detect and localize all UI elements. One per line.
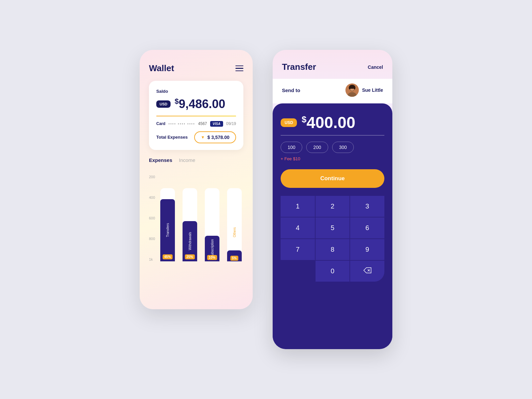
numpad-key-8[interactable]: 8: [316, 239, 350, 260]
menu-icon[interactable]: [235, 66, 243, 71]
quick-amount-200[interactable]: 200: [306, 142, 328, 153]
arrow-down-icon: ▼: [201, 135, 205, 140]
transfer-title: Transfer: [282, 62, 316, 72]
bar-withdrawals: Withdrawals 25%: [181, 188, 199, 261]
bar-percent-transfers: 45%: [163, 254, 173, 259]
transfer-phone: Transfer Cancel Send to: [273, 50, 392, 349]
balance-amount: $9,486.00: [175, 97, 225, 111]
numpad-key-backspace[interactable]: [350, 261, 384, 282]
svg-point-5: [349, 86, 351, 89]
wallet-phone: Wallet Saldo USD $9,486.00 Card •••• •••…: [140, 50, 253, 309]
visa-badge: VISA: [210, 121, 223, 127]
numpad-key-1[interactable]: 1: [281, 196, 315, 217]
transfer-amount: $400.00: [302, 113, 355, 132]
card-expiry: 09/19: [226, 121, 236, 126]
card-label: Card: [156, 121, 165, 126]
chart-area: 1k 800 600 400 200 Transfers 45%: [149, 168, 243, 261]
recipient-name: Sue Little: [362, 87, 383, 93]
currency-badge: USD: [156, 100, 171, 108]
card-dots: •••• •••• ••••: [168, 122, 195, 126]
avatar: [345, 83, 359, 97]
tab-expenses[interactable]: Expenses: [149, 157, 172, 163]
numpad-key-0[interactable]: 0: [316, 261, 350, 282]
tab-income[interactable]: Income: [179, 157, 195, 163]
quick-amount-300[interactable]: 300: [332, 142, 354, 153]
wallet-title: Wallet: [149, 63, 174, 73]
numpad-key-2[interactable]: 2: [316, 196, 350, 217]
bar-others: Others 5%: [225, 188, 243, 261]
fee-text: + Fee $10: [281, 156, 384, 161]
balance-row: USD $9,486.00: [156, 97, 236, 111]
total-expenses-label: Total Expenses: [156, 135, 188, 140]
recipient-info: Sue Little: [345, 83, 383, 97]
numpad-key-4[interactable]: 4: [281, 217, 315, 238]
send-to-row: Send to: [273, 79, 392, 103]
card-info-row: Card •••• •••• •••• 4567 VISA 09/19: [156, 121, 236, 127]
currency-badge-yellow: USD: [281, 118, 297, 127]
wallet-header: Wallet: [149, 63, 243, 73]
chart-section: Expenses Income 1k 800 600 400 200: [149, 157, 243, 296]
total-expenses-value: $ 3,578.00: [207, 135, 229, 140]
total-expenses-row: Total Expenses ▼ $ 3,578.00: [156, 131, 236, 143]
bar-subscription: Subscription 10%: [203, 188, 221, 261]
screens-container: Wallet Saldo USD $9,486.00 Card •••• •••…: [140, 50, 392, 349]
numpad-key-5[interactable]: 5: [316, 217, 350, 238]
numpad-key-empty: [281, 261, 315, 282]
cancel-button[interactable]: Cancel: [368, 65, 383, 70]
balance-card: Saldo USD $9,486.00 Card •••• •••• •••• …: [149, 81, 243, 150]
amount-underline: [281, 135, 384, 136]
quick-amounts: 100 200 300: [281, 142, 384, 153]
backspace-icon: [363, 267, 371, 273]
bar-percent-others: 5%: [230, 256, 238, 261]
saldo-label: Saldo: [156, 89, 236, 94]
bars-container: Transfers 45% Withdrawals 25%: [158, 175, 243, 261]
chart-tabs: Expenses Income: [149, 157, 243, 163]
y-axis: 1k 800 600 400 200: [149, 175, 158, 261]
transfer-body: USD $400.00 100 200 300 + Fee $10 Contin…: [273, 103, 392, 349]
numpad: 1 2 3 4 5 6 7 8 9 0: [281, 196, 384, 282]
total-expenses-badge[interactable]: ▼ $ 3,578.00: [194, 131, 236, 143]
send-to-label: Send to: [282, 87, 300, 93]
numpad-key-7[interactable]: 7: [281, 239, 315, 260]
continue-button[interactable]: Continue: [281, 169, 384, 188]
bar-percent-withdrawals: 25%: [185, 254, 195, 259]
amount-row: USD $400.00: [281, 113, 384, 132]
balance-divider: [156, 116, 236, 116]
card-last4: 4567: [198, 121, 207, 126]
bar-transfers: Transfers 45%: [158, 188, 177, 261]
svg-point-6: [353, 86, 355, 89]
transfer-header: Transfer Cancel: [273, 50, 392, 79]
numpad-key-6[interactable]: 6: [350, 217, 384, 238]
quick-amount-100[interactable]: 100: [281, 142, 302, 153]
avatar-image: [345, 83, 359, 97]
send-to-section: Send to: [273, 79, 392, 103]
numpad-key-3[interactable]: 3: [350, 196, 384, 217]
numpad-key-9[interactable]: 9: [350, 239, 384, 260]
bar-percent-subscription: 10%: [207, 255, 217, 260]
